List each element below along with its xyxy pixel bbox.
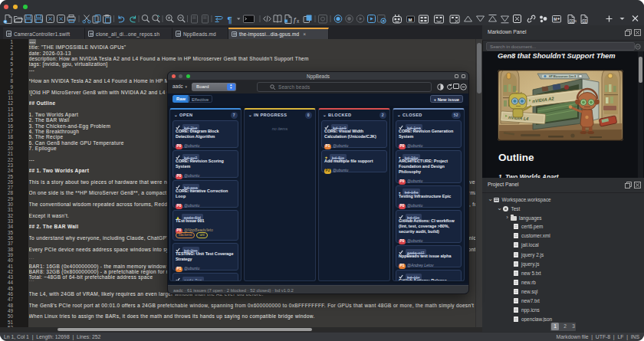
svg-text:DB: DB — [583, 20, 586, 23]
svg-text:M: M — [554, 17, 557, 21]
svg-text:M: M — [409, 18, 412, 22]
svg-text:JSON: JSON — [570, 20, 577, 23]
svg-text:x: x — [297, 18, 300, 24]
svg-text:HP Microserver Gen 8: HP Microserver Gen 8 — [549, 75, 576, 78]
svg-text:¶: ¶ — [228, 15, 232, 25]
